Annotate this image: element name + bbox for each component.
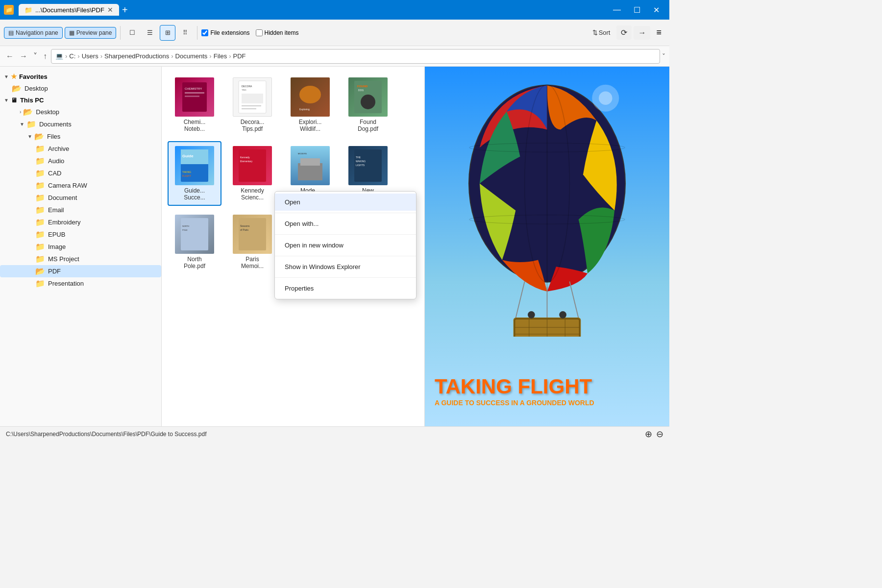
zoom-in-button[interactable]: ⊕ [645, 429, 652, 440]
close-button[interactable]: ✕ [647, 3, 665, 17]
this-pc-label: This PC [20, 97, 44, 104]
file-thumbnail-chem: CHEMISTRY [175, 77, 214, 117]
file-item-guide[interactable]: Guide TAKING FLIGHT Guide...Succe... [168, 141, 221, 206]
sidebar-item-image[interactable]: 📁 Image [0, 241, 161, 253]
folder-icon-tab: 📁 [24, 6, 32, 14]
nav-pane-label: Navigation pane [16, 29, 58, 36]
sidebar-item-presentation[interactable]: 📁 Presentation [0, 277, 161, 290]
svg-text:THE: THE [356, 156, 361, 159]
path-files[interactable]: Files [214, 52, 227, 60]
folder-icon: 📁 [35, 218, 45, 227]
file-thumbnail-wildlife: Exploring [291, 77, 330, 117]
file-name-guide: Guide...Succe... [184, 187, 205, 201]
address-dropdown-button[interactable]: ˅ [662, 52, 665, 60]
svg-rect-22 [239, 149, 266, 182]
recent-locations-button[interactable]: ˅ [31, 49, 39, 63]
computer-icon: 💻 [55, 52, 63, 60]
navigation-pane-button[interactable]: ▤ Navigation pane [4, 27, 63, 39]
context-menu-open[interactable]: Open [275, 194, 416, 211]
hidden-items-label[interactable]: Hidden items [256, 29, 299, 36]
new-tab-button[interactable]: + [122, 4, 128, 16]
sidebar-item-document[interactable]: 📁 Document [0, 192, 161, 204]
this-pc-section[interactable]: ▼ 🖥 This PC [0, 95, 161, 106]
this-pc-arrow: ▼ [4, 98, 9, 103]
file-name-paris: ParisMemoi... [241, 256, 264, 270]
sidebar-item-files[interactable]: ▼ 📂 Files [0, 130, 161, 143]
sidebar-item-ms-project[interactable]: 📁 MS Project [0, 253, 161, 265]
folder-icon: 📁 [35, 169, 45, 178]
title-bar: 📁 📁 ...\Documents\Files\PDF ✕ + — ☐ ✕ [0, 0, 669, 20]
svg-text:NORTH: NORTH [182, 225, 189, 227]
address-bar: ← → ˅ ↑ 💻 › C: › Users › SharpenedProduc… [0, 46, 669, 67]
folder-icon: 📁 [35, 144, 45, 153]
minimize-button[interactable]: — [607, 3, 627, 17]
preview-pane-button[interactable]: ▦ Preview pane [65, 27, 117, 39]
svg-point-56 [528, 311, 535, 318]
maximize-button[interactable]: ☐ [628, 3, 646, 17]
view-small-icon-button[interactable]: ☐ [124, 25, 140, 41]
forward-nav-button[interactable]: → [18, 50, 29, 63]
svg-rect-9 [242, 108, 256, 109]
file-item-wildlife[interactable]: Exploring Explori...Wildlif... [283, 73, 337, 137]
taking-flight-text: TAKING FLIGHT [435, 376, 660, 397]
sidebar-item-epub[interactable]: 📁 EPUB [0, 228, 161, 241]
context-menu-properties[interactable]: Properties [275, 280, 416, 297]
context-menu-open-new-window[interactable]: Open in new window [275, 237, 416, 254]
context-menu-open-with[interactable]: Open with... [275, 215, 416, 232]
separator-2 [197, 26, 197, 40]
address-path[interactable]: 💻 › C: › Users › SharpenedProductions › … [51, 49, 660, 64]
favorites-section[interactable]: ▼ ★ Favorites [0, 71, 161, 82]
file-item-chem[interactable]: CHEMISTRY Chemi...Noteb... [168, 73, 221, 137]
sidebar-item-desktop-pc[interactable]: › 📂 Desktop [0, 106, 161, 118]
folder-icon: 📁 [35, 156, 45, 166]
tab-close-button[interactable]: ✕ [107, 6, 113, 14]
svg-text:MODERN: MODERN [298, 152, 307, 155]
sidebar-item-audio[interactable]: 📁 Audio [0, 155, 161, 167]
sidebar-item-camera-raw[interactable]: 📁 Camera RAW [0, 179, 161, 192]
file-item-kennedy[interactable]: Kennedy Elementary KennedyScienc... [225, 141, 279, 206]
sidebar-item-embroidery[interactable]: 📁 Embroidery [0, 216, 161, 228]
file-thumbnail-paris: Seasons of Paris [233, 215, 272, 254]
file-item-deco[interactable]: DECORA TING Decora...Tips.pdf [225, 73, 279, 137]
active-tab[interactable]: 📁 ...\Documents\Files\PDF ✕ [19, 4, 119, 16]
file-extensions-label[interactable]: File extensions [201, 29, 249, 36]
path-documents[interactable]: Documents [175, 52, 208, 60]
sort-button[interactable]: ⇅ Sort [588, 26, 615, 39]
sidebar-item-email[interactable]: 📁 Email [0, 204, 161, 216]
preview-pane: TAKING FLIGHT A GUIDE TO SUCCESS IN A GR… [424, 67, 669, 426]
overflow-menu-button[interactable]: ≡ [652, 25, 665, 40]
svg-rect-33 [181, 218, 208, 250]
file-item-paris[interactable]: Seasons of Paris ParisMemoi... [225, 210, 279, 274]
preview-pane-label: Preview pane [76, 29, 112, 36]
sidebar-item-pdf[interactable]: 📂 PDF [0, 265, 161, 277]
view-list-button[interactable]: ☰ [142, 25, 158, 41]
up-directory-button[interactable]: ↑ [41, 50, 49, 63]
sidebar-item-cad[interactable]: 📁 CAD [0, 167, 161, 179]
file-item-founddog[interactable]: FOUND DOG FoundDog.pdf [341, 73, 395, 137]
sidebar-item-desktop-fav[interactable]: 📂 Desktop [0, 82, 161, 95]
sidebar-item-archive[interactable]: 📁 Archive [0, 143, 161, 155]
path-users[interactable]: Users [82, 52, 98, 60]
subtitle-text: A GUIDE TO SUCCESS IN A GROUNDED WORLD [435, 399, 660, 407]
svg-point-57 [559, 311, 566, 318]
path-user[interactable]: SharpenedProductions [104, 52, 169, 60]
zoom-out-button[interactable]: ⊖ [656, 429, 663, 440]
svg-rect-2 [185, 92, 204, 94]
path-drive[interactable]: C: [69, 52, 75, 60]
file-extensions-checkbox[interactable] [201, 29, 208, 36]
forward-button[interactable]: → [634, 26, 650, 40]
view-grid-button[interactable]: ⊞ [160, 25, 175, 41]
file-item-north[interactable]: NORTH POLE NorthPole.pdf [168, 210, 221, 274]
view-details-button[interactable]: ⠿ [177, 25, 193, 41]
svg-rect-8 [242, 105, 261, 106]
path-pdf[interactable]: PDF [233, 52, 245, 60]
folder-icon: 📁 [35, 242, 45, 251]
favorites-star-icon: ★ [11, 73, 17, 80]
hidden-items-checkbox[interactable] [256, 29, 263, 36]
context-menu-show-explorer[interactable]: Show in Windows Explorer [275, 258, 416, 275]
back-button[interactable]: ← [4, 50, 16, 63]
file-name-deco: Decora...Tips.pdf [241, 119, 265, 132]
sidebar-item-documents[interactable]: ▼ 📁 Documents [0, 118, 161, 130]
refresh-button[interactable]: ⟳ [616, 25, 632, 40]
svg-text:DOG: DOG [358, 89, 364, 92]
